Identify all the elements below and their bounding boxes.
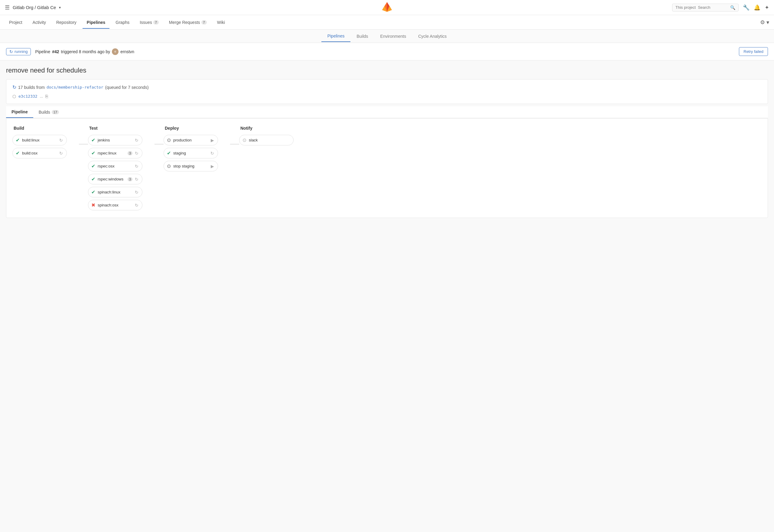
- job-build-osx[interactable]: ✔ build:osx ↻: [12, 148, 67, 158]
- commit-hash-row: ⬡ e3c12332 ... ⎘: [12, 94, 762, 99]
- retry-icon[interactable]: ↻: [135, 177, 138, 182]
- builds-tab-badge: 17: [52, 110, 59, 114]
- job-production[interactable]: ⊙ production ▶: [164, 135, 218, 145]
- commit-hash-link[interactable]: e3c12332: [18, 94, 37, 99]
- job-rspec-windows[interactable]: ✔ rspec:windows 3 ↻: [88, 174, 142, 184]
- nav-graphs[interactable]: Graphs: [111, 16, 134, 28]
- job-jenkins[interactable]: ✔ jenkins ↻: [88, 135, 142, 145]
- retry-icon[interactable]: ↻: [210, 151, 214, 156]
- stage-notify-jobs: ⊙ slack: [239, 135, 306, 145]
- status-icon-success: ✔: [91, 163, 95, 169]
- status-icon-success: ✔: [167, 150, 171, 156]
- stage-deploy: Deploy ⊙ production ▶ ✔ staging ↻ ⊙ stop: [164, 126, 230, 171]
- tert-nav-cycle-analytics[interactable]: Cycle Analytics: [412, 31, 453, 42]
- issues-badge: 7: [153, 20, 159, 24]
- merge-requests-badge: 7: [201, 20, 207, 24]
- job-spinach-linux[interactable]: ✔ spinach:linux ↻: [88, 187, 142, 197]
- job-build-linux[interactable]: ✔ build:linux ↻: [12, 135, 67, 145]
- status-icon-success: ✔: [91, 150, 95, 156]
- ellipsis-button[interactable]: ...: [40, 94, 43, 99]
- retry-icon[interactable]: ↻: [135, 203, 138, 208]
- retry-icon[interactable]: ↻: [135, 164, 138, 169]
- pipeline-header: ↻ running Pipeline #42 triggered 8 month…: [0, 43, 774, 60]
- triggered-text: triggered 8 months ago by: [61, 49, 110, 54]
- retry-icon[interactable]: ↻: [59, 138, 63, 143]
- tert-nav-environments[interactable]: Environments: [374, 31, 412, 42]
- nav-pipelines[interactable]: Pipelines: [83, 16, 109, 28]
- nav-merge-requests[interactable]: Merge Requests 7: [165, 16, 211, 28]
- tertiary-navigation: Pipelines Builds Environments Cycle Anal…: [0, 30, 774, 43]
- status-icon-success: ✔: [91, 189, 95, 195]
- retry-icon[interactable]: ↻: [135, 190, 138, 195]
- tab-builds[interactable]: Builds 17: [33, 106, 64, 118]
- breadcrumb-caret[interactable]: ▾: [59, 5, 61, 10]
- stage-notify-title: Notify: [239, 126, 306, 131]
- job-name: spinach:osx: [98, 203, 132, 207]
- settings-gear-icon[interactable]: ⚙ ▾: [760, 19, 769, 26]
- job-name: rspec:windows: [98, 177, 125, 181]
- nav-left: ☰ Gitlab Org / Gitlab Ce ▾: [5, 4, 61, 11]
- running-icon: ↻: [9, 49, 13, 54]
- branch-link[interactable]: docs/membership-refactor: [47, 85, 103, 89]
- job-spinach-osx[interactable]: ✖ spinach:osx ↻: [88, 200, 142, 210]
- nav-repository[interactable]: Repository: [52, 16, 81, 28]
- retry-icon[interactable]: ↻: [135, 151, 138, 156]
- job-count-badge: 3: [128, 151, 132, 155]
- job-stop-staging[interactable]: ⊙ stop staging ▶: [164, 161, 218, 171]
- builds-running-icon: ↻: [12, 84, 16, 90]
- pipeline-graph: Build ✔ build:linux ↻ ✔ build:osx ↻: [6, 118, 768, 218]
- top-navigation: ☰ Gitlab Org / Gitlab Ce ▾ 🔍 🔧 🔔 ✦: [0, 0, 774, 15]
- stage-test-title: Test: [88, 126, 154, 131]
- secondary-navigation: Project Activity Repository Pipelines Gr…: [0, 15, 774, 30]
- builds-info-line: ↻ 17 builds from docs/membership-refacto…: [12, 84, 762, 90]
- retry-icon[interactable]: ↻: [59, 151, 63, 156]
- job-name: stop staging: [173, 164, 208, 168]
- user-menu-icon[interactable]: ✦: [765, 4, 769, 11]
- retry-icon[interactable]: ↻: [135, 138, 138, 143]
- hamburger-menu[interactable]: ☰: [5, 4, 10, 11]
- tert-nav-pipelines[interactable]: Pipelines: [321, 31, 351, 42]
- pipeline-number: #42: [52, 49, 59, 54]
- job-name: build:osx: [22, 151, 57, 155]
- nav-activity[interactable]: Activity: [28, 16, 50, 28]
- job-name: staging: [173, 151, 208, 155]
- author-avatar: e: [112, 48, 119, 55]
- retry-failed-button[interactable]: Retry failed: [739, 47, 768, 56]
- job-rspec-osx[interactable]: ✔ rspec:osx ↻: [88, 161, 142, 171]
- status-icon-manual: ⊙: [167, 137, 171, 143]
- running-badge: ↻ running: [6, 48, 31, 55]
- running-label: running: [15, 49, 28, 54]
- copy-button[interactable]: ⎘: [45, 94, 48, 99]
- queued-text: (queued for 7 seconds): [105, 85, 149, 90]
- play-icon[interactable]: ▶: [211, 164, 214, 169]
- nav-issues[interactable]: Issues 7: [135, 16, 163, 28]
- stage-deploy-jobs: ⊙ production ▶ ✔ staging ↻ ⊙ stop stagin…: [164, 135, 230, 171]
- status-icon-success: ✔: [91, 137, 95, 143]
- tab-pipeline[interactable]: Pipeline: [6, 106, 33, 118]
- stages-wrapper: Build ✔ build:linux ↻ ✔ build:osx ↻: [12, 126, 762, 210]
- job-rspec-linux[interactable]: ✔ rspec:linux 3 ↻: [88, 148, 142, 158]
- status-icon-success: ✔: [16, 150, 20, 156]
- tert-nav-builds[interactable]: Builds: [350, 31, 374, 42]
- search-box[interactable]: 🔍: [672, 4, 739, 11]
- bell-icon[interactable]: 🔔: [754, 4, 760, 11]
- builds-count: 17 builds from: [18, 85, 45, 90]
- commit-dot-icon: ⬡: [12, 94, 16, 99]
- job-slack[interactable]: ⊙ slack: [239, 135, 294, 145]
- job-staging[interactable]: ✔ staging ↻: [164, 148, 218, 158]
- search-icon: 🔍: [730, 5, 735, 10]
- nav-right: 🔍 🔧 🔔 ✦: [672, 4, 769, 11]
- status-icon-pending: ⊙: [242, 137, 246, 143]
- nav-wiki[interactable]: Wiki: [213, 16, 229, 28]
- status-icon-success: ✔: [16, 137, 20, 143]
- search-input[interactable]: [675, 5, 730, 10]
- wrench-icon[interactable]: 🔧: [743, 4, 750, 11]
- job-name: slack: [249, 138, 290, 142]
- job-name: rspec:osx: [98, 164, 132, 168]
- stage-test: Test ✔ jenkins ↻ ✔ rspec:linux 3 ↻ ✔: [88, 126, 154, 210]
- logo: [382, 2, 392, 13]
- play-icon[interactable]: ▶: [211, 138, 214, 143]
- nav-project[interactable]: Project: [5, 16, 27, 28]
- stage-build: Build ✔ build:linux ↻ ✔ build:osx ↻: [12, 126, 79, 158]
- breadcrumb[interactable]: Gitlab Org / Gitlab Ce: [13, 5, 56, 10]
